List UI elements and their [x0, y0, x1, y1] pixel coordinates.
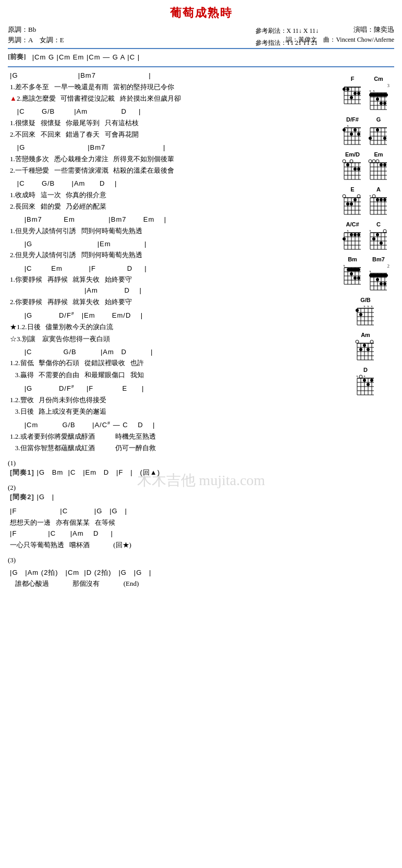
chord-11: |Cm G/B |A/C# — C D | [8, 419, 319, 431]
lyric-8b: ☆3.別讓 寂寞告你想得一夜白頭 [8, 333, 319, 345]
meta-right: 演唱：陳奕迅 [354, 25, 394, 34]
section-8: |G D/F# |Em Em/D | ★1.2.日後 儘量別教今天的淚白流 ☆3… [8, 310, 319, 344]
svg-text:x: x [371, 304, 373, 308]
svg-point-132 [354, 233, 357, 236]
intro-line: [前奏] |Cm G |Cm Em |Cm — G A |C | [8, 52, 394, 63]
svg-point-178 [383, 282, 386, 285]
chord-bm7-fret: 2 [368, 263, 389, 269]
chord-d-box: D x x [355, 367, 376, 397]
chord-c-name: C [376, 221, 381, 227]
lyric-7: 1.你要靜候 再靜候 就算失收 始終要守 [8, 274, 319, 285]
meta-left: 原調：Bb [8, 25, 36, 34]
chord-g-diagram [368, 124, 389, 147]
chord-a-box: A x [368, 186, 389, 217]
chord-row-2: D/F# x [342, 116, 389, 147]
chord-g-box: G [368, 116, 389, 147]
chord-gb-name: G/B [360, 297, 371, 303]
section-1: |G |Bm7 | 1.差不多冬至 一早一晚還是有雨 當初的堅持現已令你 ▲2.… [8, 70, 319, 104]
chord-bm-box: Bm x [342, 256, 363, 293]
svg-point-207 [367, 348, 370, 351]
chord-10: |G D/F# |F E | [8, 383, 319, 394]
svg-point-85 [380, 163, 383, 166]
chord-cm-name: Cm [374, 76, 383, 82]
svg-rect-160 [347, 268, 360, 271]
svg-point-87 [369, 160, 372, 163]
svg-point-220 [363, 379, 366, 382]
lyric-3b: 2.一千種戀愛 一些需要情淚灌溉 枯殺的溫柔在最後會 [8, 165, 319, 176]
original-key: 原調：Bb [8, 26, 36, 33]
section-3: |G |Bm7 | 1.苦戀幾多次 悉心栽種全力灌注 所得竟不如別個後輩 2.一… [8, 142, 319, 176]
chord-em-box: Em [368, 151, 389, 182]
svg-point-27 [376, 98, 379, 101]
chord-emd-name: Em/D [345, 151, 360, 158]
page: 葡萄成熟時 原調：Bb 演唱：陳奕迅 男調：A 女調：E 詞：黃偉文 曲：Vin… [0, 0, 402, 595]
chord-bm-diagram: x [342, 263, 363, 287]
chord-d-diagram: x x [355, 374, 376, 397]
chord-cm-diagram: x x [368, 89, 389, 112]
svg-text:x: x [367, 304, 369, 308]
svg-text:x: x [369, 194, 371, 198]
svg-point-45 [357, 132, 360, 136]
section-5: |Bm7 Em |Bm7 Em | 1.但見旁人談情何引誘 問到何時葡萄先熟透 [8, 214, 319, 237]
svg-point-15 [350, 96, 353, 99]
lyric-11a: 1.2.或者要到你將愛釀成醇酒 時機先至熟透 [8, 431, 319, 442]
svg-point-209 [370, 340, 373, 343]
lyric-1a: 1.差不多冬至 一早一晚還是有雨 當初的堅持現已令你 [8, 81, 319, 93]
chord-ac-box: A/C# x [342, 221, 363, 252]
chord-1: |G |Bm7 | [8, 70, 319, 81]
svg-point-44 [350, 132, 353, 136]
chord-am-box: Am [355, 332, 376, 363]
svg-text:x: x [347, 124, 349, 128]
svg-point-117 [383, 198, 386, 201]
svg-point-147 [380, 242, 383, 245]
svg-text:x: x [347, 228, 349, 233]
male-key: 男調：A [8, 36, 33, 44]
bridge-chord-2: |F |C |Am D | [8, 528, 319, 539]
svg-point-223 [359, 375, 362, 378]
lyric-5: 1.但見旁人談情何引誘 問到何時葡萄先熟透 [8, 225, 319, 237]
svg-point-115 [376, 198, 379, 201]
lyric-9b: 3.贏得 不需要的自由 和最耀眼傷口 我知 [8, 369, 319, 381]
chord-df-name: D/F# [346, 116, 359, 123]
interlude1: [間奏1] |G Bm |C |Em D |F | (回▲) [8, 467, 319, 478]
svg-point-29 [383, 102, 386, 105]
svg-text:x: x [369, 89, 371, 93]
svg-point-71 [354, 167, 357, 171]
svg-point-100 [354, 198, 357, 201]
svg-point-73 [350, 160, 353, 163]
svg-point-208 [356, 340, 359, 343]
svg-point-58 [376, 128, 379, 131]
lyric-2b: 2.不回來 不回來 錯過了春天 可會再花開 [8, 129, 319, 140]
svg-point-206 [363, 344, 366, 347]
svg-point-145 [372, 237, 375, 240]
lyric-7b: 2.你要靜候 再靜候 就算失收 始終要守 [8, 296, 319, 308]
chord-row-9: D x x [355, 367, 376, 397]
chord-d-name: D [363, 367, 368, 373]
chord-emd-diagram [342, 159, 363, 182]
chord-4: |C G/B |Am D | [8, 178, 319, 189]
chord-3: |G |Bm7 | [8, 142, 319, 153]
svg-point-116 [380, 198, 383, 201]
chord-gb-box: G/B x x x [355, 297, 376, 328]
lyric-10a: 1.2.豐收 月份尚未到你也得接受 [8, 394, 319, 406]
svg-point-14 [357, 92, 360, 95]
chord-5: |Bm7 Em |Bm7 Em | [8, 214, 319, 225]
chord-a-name: A [376, 186, 381, 192]
bridge-lyric-1: 想想天的一邊 亦有個某某 在等候 [8, 517, 319, 528]
section-6: |G |Em | 2.但見旁人談情何引誘 問到何時葡萄先熟透 [8, 239, 319, 261]
chord-row-5: A/C# x [342, 221, 389, 252]
composer: 曲：Vincent Chow/Anferne [323, 36, 394, 43]
section-4: |C G/B |Am D | 1.收成時 這一次 你真的很介意 2.長回來 錯的… [8, 178, 319, 212]
chord-bm7-name: Bm7 [372, 256, 385, 262]
reference-section: 參考刷法：X 11↓ X 11↓ 參考指法：T1 21 T1 21 [255, 25, 319, 49]
chord-row-1: F [342, 76, 389, 112]
svg-point-43 [354, 128, 357, 131]
svg-rect-175 [369, 274, 388, 277]
female-key: 女調：E [40, 36, 64, 44]
interlude2-label: (2) [8, 484, 319, 492]
chord-diagrams-panel: F [332, 76, 399, 397]
chord-df-box: D/F# x [342, 116, 363, 147]
chord-bm7-box: Bm7 2 x [368, 256, 389, 293]
bridge-section: |F |C |G |G | 想想天的一邊 亦有個某某 在等候 |F |C |Am… [8, 506, 319, 551]
svg-point-28 [380, 102, 383, 105]
